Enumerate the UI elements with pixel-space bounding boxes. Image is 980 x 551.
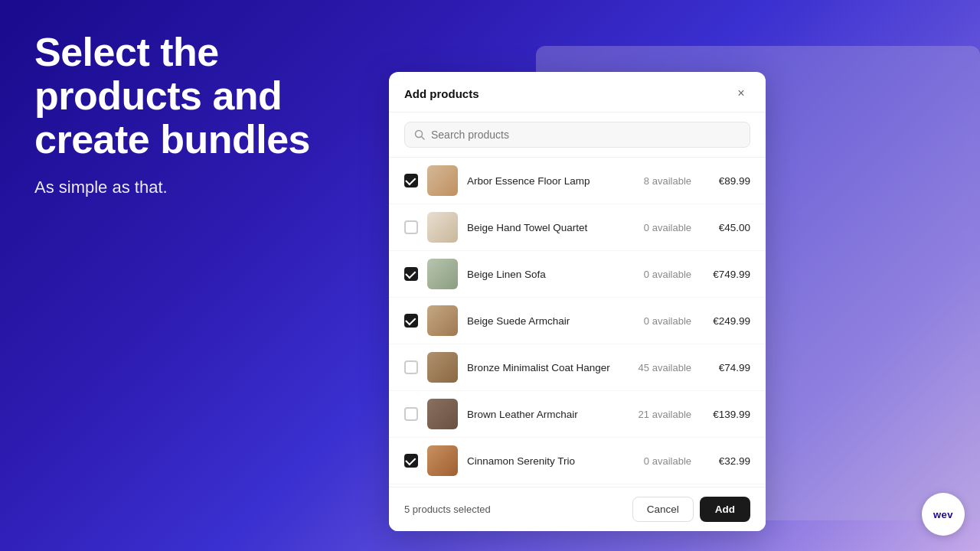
search-input-wrap <box>404 122 750 148</box>
search-input[interactable] <box>431 129 740 141</box>
product-price: €45.00 <box>701 222 750 233</box>
product-thumbnail <box>427 165 458 196</box>
product-stock: 0 available <box>622 315 691 327</box>
product-price: €74.99 <box>701 362 750 373</box>
product-row[interactable]: Beige Linen Sofa0 available€749.99 <box>389 251 766 298</box>
product-row[interactable]: Beige Suede Armchair0 available€249.99 <box>389 298 766 344</box>
product-stock: 45 available <box>622 362 691 373</box>
footer-buttons: Cancel Add <box>632 497 750 522</box>
add-products-modal: Add products × Arbor Essence Floor Lamp8… <box>389 72 766 531</box>
product-stock: 21 available <box>622 409 691 420</box>
modal-footer: 5 products selected Cancel Add <box>389 487 766 531</box>
product-row[interactable]: Cinnamon Serenity Trio0 available€32.99 <box>389 438 766 484</box>
product-thumbnail <box>427 399 458 429</box>
modal-close-button[interactable]: × <box>732 84 750 103</box>
hero-subtitle: As simple as that. <box>34 178 371 197</box>
product-thumbnail <box>427 259 458 289</box>
product-row[interactable]: Brown Leather Armchair21 available€139.9… <box>389 391 766 438</box>
hero-title: Select the products and create bundles <box>34 31 371 162</box>
product-checkbox[interactable] <box>404 407 418 421</box>
product-thumbnail <box>427 445 458 476</box>
product-name: Arbor Essence Floor Lamp <box>467 175 613 187</box>
product-name: Cinnamon Serenity Trio <box>467 455 613 467</box>
product-thumbnail <box>427 305 458 336</box>
product-name: Beige Linen Sofa <box>467 269 613 280</box>
product-name: Beige Suede Armchair <box>467 315 613 327</box>
product-checkbox[interactable] <box>404 454 418 468</box>
product-thumbnail <box>427 212 458 243</box>
svg-line-1 <box>422 137 425 140</box>
product-checkbox[interactable] <box>404 220 418 234</box>
search-bar <box>389 112 766 158</box>
hero-section: Select the products and create bundles A… <box>34 31 371 197</box>
add-button[interactable]: Add <box>700 497 750 522</box>
selected-count: 5 products selected <box>404 504 491 515</box>
product-stock: 0 available <box>622 455 691 467</box>
product-row[interactable]: Beige Hand Towel Quartet0 available€45.0… <box>389 204 766 251</box>
search-icon <box>414 129 425 140</box>
product-checkbox[interactable] <box>404 174 418 187</box>
modal-title: Add products <box>404 87 479 100</box>
modal-header: Add products × <box>389 72 766 112</box>
product-price: €139.99 <box>701 409 750 420</box>
product-name: Beige Hand Towel Quartet <box>467 222 613 233</box>
product-price: €32.99 <box>701 455 750 467</box>
product-name: Bronze Minimalist Coat Hanger <box>467 362 613 373</box>
product-checkbox[interactable] <box>404 314 418 328</box>
product-stock: 8 available <box>622 175 691 187</box>
product-thumbnail <box>427 352 458 383</box>
product-row[interactable]: Bronze Minimalist Coat Hanger45 availabl… <box>389 344 766 391</box>
wev-badge: wev <box>922 493 965 536</box>
product-price: €749.99 <box>701 269 750 280</box>
product-price: €249.99 <box>701 315 750 327</box>
cancel-button[interactable]: Cancel <box>632 497 694 522</box>
product-checkbox[interactable] <box>404 267 418 281</box>
wev-label: wev <box>933 509 953 520</box>
product-checkbox[interactable] <box>404 360 418 374</box>
product-stock: 0 available <box>622 222 691 233</box>
product-stock: 0 available <box>622 269 691 280</box>
product-row[interactable]: Arbor Essence Floor Lamp8 available€89.9… <box>389 158 766 204</box>
product-list: Arbor Essence Floor Lamp8 available€89.9… <box>389 158 766 487</box>
product-price: €89.99 <box>701 175 750 187</box>
product-name: Brown Leather Armchair <box>467 409 613 420</box>
